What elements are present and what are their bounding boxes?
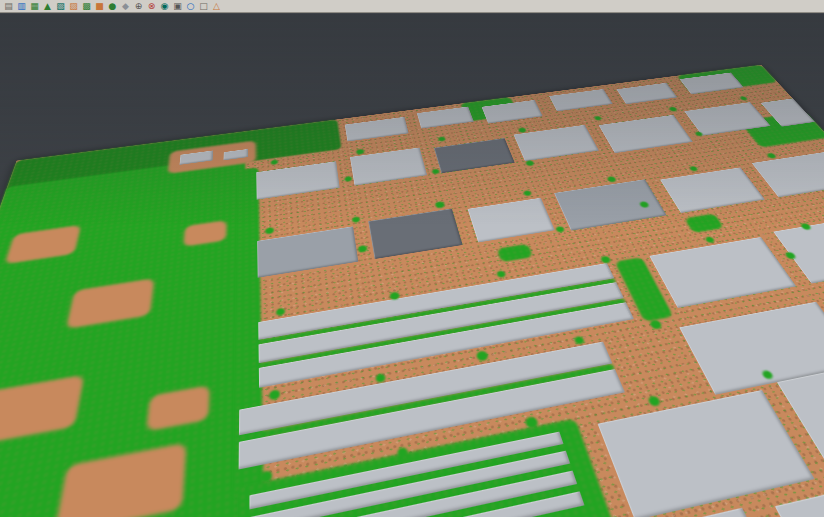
- profile-icon[interactable]: ⊗: [146, 1, 157, 12]
- building: [368, 209, 462, 260]
- settings-icon[interactable]: △: [211, 1, 222, 12]
- building: [434, 138, 515, 173]
- tree: [525, 160, 535, 166]
- terrain-icon[interactable]: ▲: [42, 1, 53, 12]
- tree: [606, 176, 617, 183]
- tree: [600, 256, 612, 264]
- tree: [438, 136, 446, 141]
- tree: [476, 350, 489, 361]
- tree: [358, 245, 368, 253]
- building-class-icon[interactable]: ◆: [120, 1, 131, 12]
- building: [649, 237, 796, 308]
- view-3d-icon[interactable]: ◉: [159, 1, 170, 12]
- tree: [496, 270, 506, 278]
- building: [345, 117, 409, 142]
- tree: [594, 116, 603, 121]
- tree: [435, 201, 446, 209]
- tree: [689, 166, 699, 172]
- building: [554, 179, 667, 230]
- mesh-icon[interactable]: ▧: [55, 1, 66, 12]
- tree: [276, 308, 285, 317]
- tree: [647, 395, 661, 407]
- zoom-extents-icon[interactable]: ▣: [172, 1, 183, 12]
- tree: [265, 227, 274, 235]
- building: [598, 390, 815, 517]
- building: [549, 89, 613, 111]
- tree: [573, 336, 585, 345]
- ground-class-icon[interactable]: ■: [94, 1, 105, 12]
- building: [257, 226, 358, 277]
- tree: [704, 236, 715, 243]
- building: [660, 167, 765, 213]
- building: [256, 161, 339, 199]
- tree: [523, 190, 532, 196]
- tree: [344, 176, 352, 182]
- application-window: ▤▥▦▲▧▨▩■●◆⊕⊗◉▣○□△: [0, 0, 824, 517]
- point-cloud-map: [0, 65, 824, 517]
- measure-icon[interactable]: ⊕: [133, 1, 144, 12]
- toolbar: ▤▥▦▲▧▨▩■●◆⊕⊗◉▣○□△: [0, 0, 824, 13]
- tree: [269, 389, 280, 400]
- screenshot-icon[interactable]: □: [198, 1, 209, 12]
- tree: [649, 319, 663, 330]
- tree: [739, 96, 748, 101]
- building: [616, 83, 677, 104]
- tree: [431, 169, 439, 175]
- orbit-icon[interactable]: ○: [185, 1, 196, 12]
- tree: [271, 159, 278, 165]
- building: [468, 198, 555, 243]
- viewport-3d[interactable]: [0, 14, 824, 517]
- building: [599, 115, 693, 153]
- building: [752, 151, 824, 197]
- classification-icon[interactable]: ▩: [81, 1, 92, 12]
- building: [417, 107, 474, 129]
- tree: [356, 149, 365, 155]
- texture-icon[interactable]: ▨: [68, 1, 79, 12]
- tree: [352, 216, 361, 223]
- save-icon[interactable]: ▥: [16, 1, 27, 12]
- vegetation-class-icon[interactable]: ●: [107, 1, 118, 12]
- open-project-icon[interactable]: ▤: [3, 1, 14, 12]
- vegetation-patch: [497, 244, 533, 262]
- tree: [668, 107, 678, 112]
- vegetation-patch: [684, 214, 724, 233]
- point-cloud-icon[interactable]: ▦: [29, 1, 40, 12]
- tree: [555, 226, 565, 233]
- tree: [766, 153, 777, 159]
